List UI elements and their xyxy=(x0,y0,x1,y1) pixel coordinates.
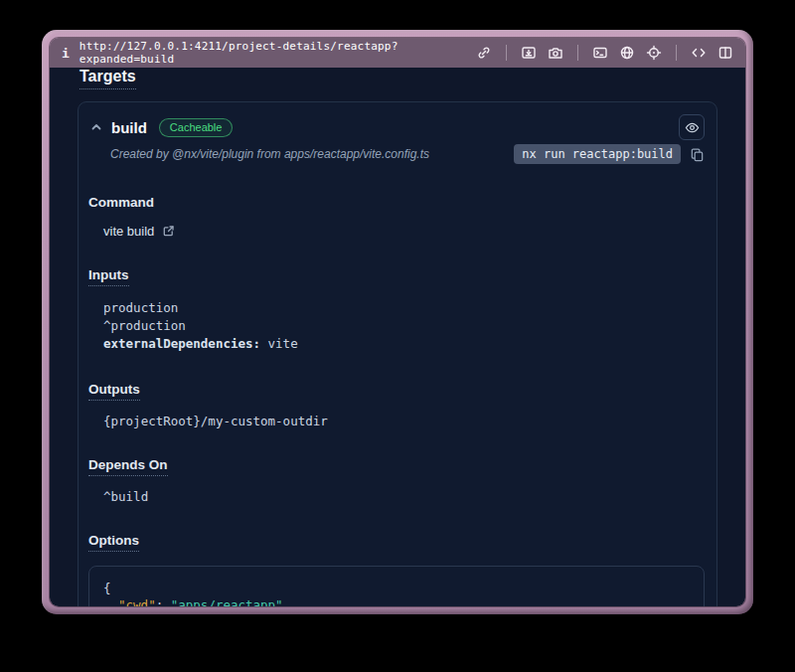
depends-on-section-label[interactable]: Depends On xyxy=(88,457,168,476)
input-item: externalDependencies: vite xyxy=(103,335,705,353)
command-value: vite build xyxy=(103,224,154,239)
target-build-header[interactable]: build Cacheable xyxy=(79,102,716,142)
copy-icon[interactable] xyxy=(690,147,705,162)
json-value: "apps/reactapp" xyxy=(171,597,283,606)
camera-icon[interactable] xyxy=(548,45,563,61)
split-view-icon[interactable] xyxy=(717,45,733,61)
json-line: { xyxy=(103,580,690,596)
globe-icon[interactable] xyxy=(619,45,635,61)
toolbar-separator xyxy=(676,45,677,61)
window-download-icon[interactable] xyxy=(521,45,537,61)
info-icon[interactable]: i xyxy=(62,46,70,61)
external-link-icon[interactable] xyxy=(162,225,175,238)
toolbar-separator xyxy=(506,45,507,61)
json-key: "cwd" xyxy=(118,597,156,606)
eye-icon xyxy=(685,120,700,135)
target-build-subheader: Created by @nx/vite/plugin from apps/rea… xyxy=(79,142,716,176)
json-line: "cwd": "apps/reactapp" xyxy=(103,596,690,606)
link-icon[interactable] xyxy=(476,45,492,61)
chevron-up-icon[interactable] xyxy=(90,121,102,133)
terminal-icon[interactable] xyxy=(592,45,608,61)
options-section-label[interactable]: Options xyxy=(88,533,139,552)
crosshair-icon[interactable] xyxy=(646,45,662,61)
cacheable-badge[interactable]: Cacheable xyxy=(159,118,234,137)
target-name: build xyxy=(111,119,147,136)
input-item: production xyxy=(103,299,705,317)
created-by-text: Created by @nx/vite/plugin from apps/rea… xyxy=(110,147,429,161)
inputs-section-label[interactable]: Inputs xyxy=(88,267,129,286)
outputs-section-label[interactable]: Outputs xyxy=(88,382,140,401)
command-section-label: Command xyxy=(88,195,154,210)
browser-window: i http://127.0.0.1:4211/project-details/… xyxy=(42,30,753,614)
run-command-chip[interactable]: nx run reactapp:build xyxy=(514,144,681,164)
address-url[interactable]: http://127.0.0.1:4211/project-details/re… xyxy=(80,40,476,66)
options-code-block: { "cwd": "apps/reactapp" } xyxy=(88,566,705,606)
depends-on-item: ^build xyxy=(103,489,705,504)
browser-toolbar: i http://127.0.0.1:4211/project-details/… xyxy=(50,38,745,68)
toolbar-actions xyxy=(476,45,733,61)
input-item: ^production xyxy=(103,317,705,335)
browser-window-inner: i http://127.0.0.1:4211/project-details/… xyxy=(50,38,745,606)
code-icon[interactable] xyxy=(691,45,707,61)
view-in-graph-button[interactable] xyxy=(679,114,705,140)
target-build-details: Command vite build Inputs production ^pr… xyxy=(79,176,716,606)
page-title: Targets xyxy=(80,68,136,89)
toolbar-separator xyxy=(577,45,578,61)
output-item: {projectRoot}/my-custom-outdir xyxy=(103,414,705,428)
target-card-build: build Cacheable Created by @nx/vite/plug… xyxy=(78,101,717,606)
project-details-page: Targets build Cacheable Created by @nx/v… xyxy=(50,68,745,606)
